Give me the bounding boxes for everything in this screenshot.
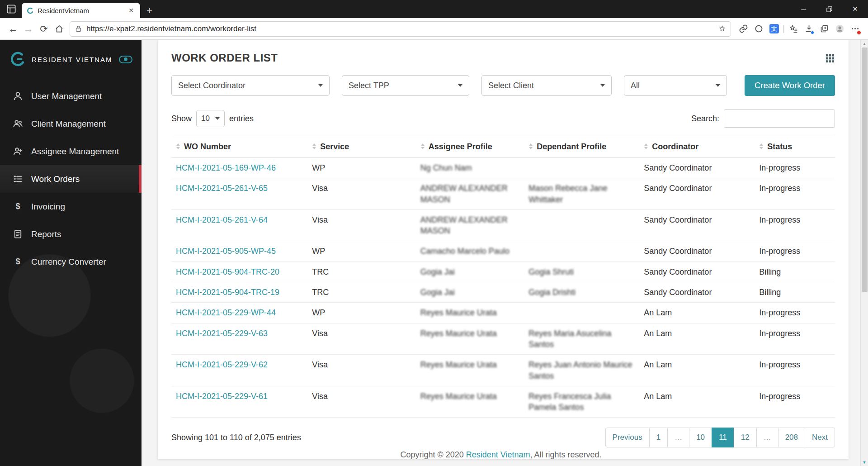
wo-number-link[interactable]: HCM-I-2021-05-261-V-65 — [176, 184, 268, 193]
user-plus-icon — [13, 146, 23, 157]
translate-extension-icon[interactable]: 文 — [766, 21, 782, 37]
wo-number-link[interactable]: HCM-I-2021-05-261-V-64 — [176, 215, 268, 224]
address-bar[interactable]: https://e-xpat2.residentvietnam.com/work… — [70, 21, 731, 37]
coordinator-cell: Sandy Coordinator — [639, 178, 755, 210]
table-footer: Showing 101 to 110 of 2,075 entries Prev… — [171, 428, 835, 447]
wo-number-link[interactable]: HCM-I-2021-05-229-V-61 — [176, 392, 268, 401]
new-tab-button[interactable]: + — [146, 6, 152, 16]
tab-title: ResidentVietnam — [38, 7, 127, 14]
close-button[interactable]: ✕ — [842, 0, 868, 18]
forward-button[interactable]: → — [21, 21, 36, 37]
page-scrollbar[interactable]: ▲ ▼ — [860, 40, 868, 466]
site-favicon — [26, 7, 34, 14]
sidebar-item-client-management[interactable]: Client Management — [0, 110, 142, 138]
client-filter-value: Select Client — [488, 81, 534, 90]
page-10[interactable]: 10 — [689, 428, 712, 447]
page-ellipsis[interactable]: … — [667, 428, 689, 447]
minimize-button[interactable]: ─ — [791, 0, 816, 18]
table-row: HCM-I-2021-05-904-TRC-20 TRC Gogia Jai G… — [171, 262, 835, 282]
page-ellipsis[interactable]: … — [756, 428, 778, 447]
browser-title-bar: ResidentVietnam ✕ + ─ ✕ — [0, 0, 868, 18]
page-11[interactable]: 11 — [712, 428, 734, 447]
page-1[interactable]: 1 — [649, 428, 668, 447]
dependant-profile-cell — [524, 241, 639, 262]
wo-number-link[interactable]: HCM-I-2021-05-169-WP-46 — [176, 163, 276, 172]
sidebar-item-invoicing[interactable]: $Invoicing — [0, 193, 142, 220]
page-12[interactable]: 12 — [734, 428, 757, 447]
sidebar-collapse-toggle[interactable] — [119, 56, 132, 63]
assignee-profile-cell: ANDREW ALEXANDER MASON — [416, 178, 524, 210]
column-header-service[interactable]: Service — [307, 136, 416, 158]
sidebar-item-currency-converter[interactable]: $Currency Converter — [0, 248, 142, 276]
tpp-filter[interactable]: Select TPP — [342, 75, 469, 96]
dependant-profile-cell: Reyes Juan Antonio Maurice Santos — [524, 355, 639, 386]
adblock-extension-icon[interactable] — [751, 21, 766, 37]
chevron-down-icon — [318, 84, 323, 87]
column-header-status[interactable]: Status — [755, 136, 835, 158]
scroll-up-arrow[interactable]: ▲ — [861, 40, 868, 48]
status-cell: Billing — [755, 282, 835, 303]
search-label: Search: — [691, 114, 719, 124]
link-extension-icon[interactable] — [736, 21, 751, 37]
column-header-coordinator[interactable]: Coordinator — [639, 136, 755, 158]
list-controls: Show 10 entries Search: — [171, 109, 835, 128]
sidebar-item-work-orders[interactable]: Work Orders — [0, 165, 142, 193]
favorites-bar-icon[interactable] — [786, 21, 801, 37]
scrollbar-thumb[interactable] — [862, 48, 868, 292]
tab-close-icon[interactable]: ✕ — [127, 6, 136, 15]
assignee-profile-cell: Reyes Maurice Urata — [416, 303, 524, 323]
sort-icon — [176, 143, 180, 149]
tab-actions-icon[interactable] — [5, 3, 17, 15]
collections-icon[interactable] — [816, 21, 832, 37]
refresh-button[interactable]: ⟳ — [36, 21, 52, 37]
resident-vietnam-logo — [9, 51, 26, 68]
page-size-select[interactable]: 10 — [196, 110, 225, 127]
add-favorite-icon[interactable] — [718, 25, 726, 33]
client-filter[interactable]: Select Client — [481, 75, 612, 96]
column-header-assignee[interactable]: Assignee Profile — [416, 136, 524, 158]
maximize-button[interactable] — [816, 0, 842, 18]
work-order-table: WO Number Service Assignee Profile Depen… — [171, 136, 835, 418]
site-info-icon[interactable] — [75, 25, 82, 33]
table-row: HCM-I-2021-05-229-WP-44 WP Reyes Maurice… — [171, 303, 835, 323]
downloads-icon[interactable] — [801, 21, 816, 37]
status-filter[interactable]: All — [624, 75, 727, 96]
assignee-profile-cell: Camacho Marcelo Paulo — [416, 241, 524, 262]
sidebar-item-label: Client Management — [31, 119, 106, 129]
wo-number-link[interactable]: HCM-I-2021-05-904-TRC-20 — [176, 267, 279, 276]
copyright-link[interactable]: Resident Vietnam — [466, 450, 530, 459]
home-button[interactable] — [52, 21, 67, 37]
wo-number-link[interactable]: HCM-I-2021-05-229-WP-44 — [176, 308, 276, 317]
browser-menu-icon[interactable] — [847, 21, 863, 37]
page-previous[interactable]: Previous — [605, 428, 650, 447]
service-cell: WP — [307, 158, 416, 178]
column-header-wo-number[interactable]: WO Number — [171, 136, 307, 158]
scroll-down-arrow[interactable]: ▼ — [861, 458, 868, 466]
profile-avatar[interactable] — [832, 21, 847, 37]
sidebar-item-user-management[interactable]: User Management — [0, 82, 142, 110]
wo-number-link[interactable]: HCM-I-2021-05-905-WP-45 — [176, 247, 276, 256]
url-text[interactable]: https://e-xpat2.residentvietnam.com/work… — [86, 24, 718, 33]
coordinator-filter[interactable]: Select Coordinator — [171, 75, 330, 96]
wo-number-link[interactable]: HCM-I-2021-05-904-TRC-19 — [176, 288, 279, 297]
sort-icon — [312, 143, 316, 149]
toolbar-divider: | — [783, 24, 785, 33]
table-row: HCM-I-2021-05-229-V-63 Visa Reyes Mauric… — [171, 323, 835, 355]
sidebar-item-assignee-management[interactable]: Assignee Management — [0, 138, 142, 165]
page-208[interactable]: 208 — [778, 428, 805, 447]
service-cell: Visa — [307, 178, 416, 210]
back-button[interactable]: ← — [5, 21, 21, 37]
browser-tab[interactable]: ResidentVietnam ✕ — [22, 3, 140, 18]
wo-number-link[interactable]: HCM-I-2021-05-229-V-62 — [176, 360, 268, 369]
coordinator-cell: An Lam — [639, 303, 755, 323]
wo-number-link[interactable]: HCM-I-2021-05-229-V-63 — [176, 329, 268, 338]
create-work-order-button[interactable]: Create Work Order — [745, 75, 835, 96]
column-header-dependant[interactable]: Dependant Profile — [524, 136, 639, 158]
search-input[interactable] — [724, 109, 835, 128]
brand: RESIDENT VIETNAM — [0, 40, 142, 80]
user-icon — [13, 91, 23, 101]
table-row: HCM-I-2021-05-229-V-62 Visa Reyes Mauric… — [171, 355, 835, 386]
grid-view-icon[interactable] — [825, 53, 835, 63]
page-next[interactable]: Next — [805, 428, 835, 447]
sidebar-item-reports[interactable]: Reports — [0, 220, 142, 248]
